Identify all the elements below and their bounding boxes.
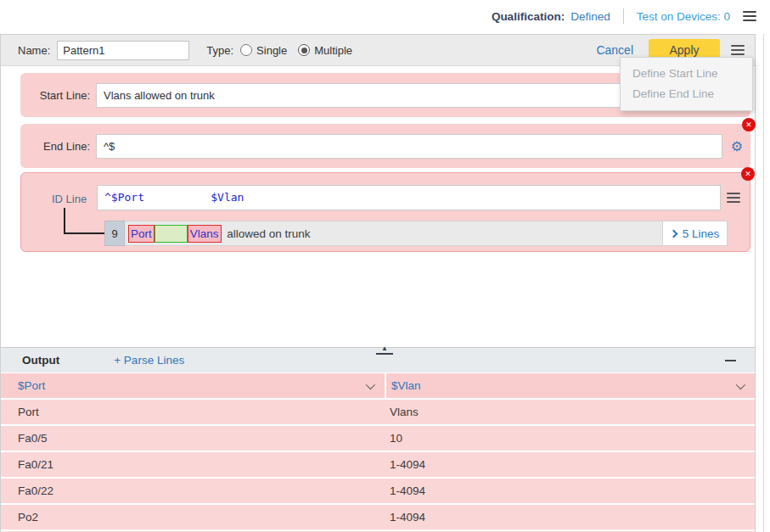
connector-line-horizontal bbox=[64, 232, 105, 234]
output-title: Output bbox=[22, 354, 59, 367]
cell-port: Po2 bbox=[1, 511, 385, 524]
id-line-section: ✕ ID Line ^$Port $Vlan 9 Port Vlans allo… bbox=[20, 172, 750, 252]
sample-line-row: 9 Port Vlans allowed on trunk 5 Lines bbox=[104, 221, 728, 246]
cancel-button[interactable]: Cancel bbox=[596, 43, 633, 57]
output-table: $Port $Vlan Port Vlans Fa0/5 10 Fa0/21 1… bbox=[1, 373, 755, 532]
type-multiple-radio[interactable] bbox=[298, 44, 310, 56]
test-on-devices-link[interactable]: Test on Devices: 0 bbox=[637, 10, 730, 23]
name-label: Name: bbox=[18, 44, 50, 57]
start-line-label: Start Line: bbox=[20, 89, 90, 102]
type-multiple-label[interactable]: Multiple bbox=[314, 44, 352, 57]
sample-line-number: 9 bbox=[104, 221, 125, 246]
cell-port: Fa0/22 bbox=[1, 484, 385, 497]
table-row[interactable]: Port Vlans bbox=[1, 400, 755, 424]
end-line-label: End Line: bbox=[20, 140, 90, 153]
sample-line-text: Port Vlans allowed on trunk bbox=[125, 221, 663, 246]
sample-rest-text: allowed on trunk bbox=[224, 227, 311, 240]
pattern-name-input[interactable] bbox=[57, 41, 189, 60]
table-row[interactable]: Fa0/22 1-4094 bbox=[1, 479, 755, 503]
table-row[interactable]: Fa0/5 10 bbox=[1, 426, 755, 451]
pattern-editor-page: Qualification: Defined Test on Devices: … bbox=[0, 0, 770, 532]
qualification-label: Qualification: bbox=[492, 10, 565, 23]
collapse-panel-handle[interactable]: ▲ bbox=[376, 345, 393, 355]
type-single-label[interactable]: Single bbox=[256, 44, 287, 57]
page-header: Qualification: Defined Test on Devices: … bbox=[0, 0, 770, 33]
output-table-header: $Port $Vlan bbox=[1, 373, 755, 398]
match-token-whitespace bbox=[155, 225, 188, 243]
type-radio-group: Single Multiple bbox=[240, 44, 363, 57]
right-border-rail bbox=[763, 34, 764, 532]
match-token-port: Port bbox=[128, 225, 155, 243]
expand-lines-label: 5 Lines bbox=[683, 227, 720, 240]
type-single-radio[interactable] bbox=[240, 44, 252, 56]
connector-line-vertical bbox=[64, 208, 65, 234]
id-line-label: ID Line bbox=[52, 193, 87, 205]
cell-vlan: 1-4094 bbox=[385, 511, 755, 524]
qualification-value-link[interactable]: Defined bbox=[570, 10, 610, 23]
match-token-vlans: Vlans bbox=[188, 225, 222, 243]
end-line-input[interactable] bbox=[96, 134, 722, 159]
column-header-vlan[interactable]: $Vlan bbox=[386, 373, 755, 398]
id-line-menu-icon[interactable] bbox=[727, 193, 740, 203]
parse-lines-link[interactable]: + Parse Lines bbox=[114, 354, 184, 367]
toolbar-menu-dropdown: Define Start Line Define End Line bbox=[620, 57, 753, 111]
chevron-down-icon[interactable] bbox=[736, 380, 745, 389]
page-menu-icon[interactable] bbox=[743, 11, 756, 21]
id-line-remove-icon[interactable]: ✕ bbox=[741, 167, 755, 181]
end-line-remove-icon[interactable]: ✕ bbox=[742, 118, 756, 132]
menu-item-define-end-line[interactable]: Define End Line bbox=[621, 84, 752, 104]
header-divider bbox=[623, 8, 624, 24]
end-line-section: End Line: ⚙ ✕ bbox=[20, 124, 750, 168]
cell-vlan: Vlans bbox=[385, 406, 755, 418]
menu-item-define-start-line[interactable]: Define Start Line bbox=[621, 64, 752, 84]
expand-lines-button[interactable]: 5 Lines bbox=[663, 221, 728, 246]
cell-vlan: 1-4094 bbox=[385, 484, 755, 497]
id-line-input[interactable]: ^$Port $Vlan bbox=[97, 185, 721, 210]
column-header-port-label: $Port bbox=[18, 379, 45, 392]
type-label: Type: bbox=[206, 44, 233, 57]
chevron-down-icon[interactable] bbox=[366, 380, 375, 389]
chevron-right-icon bbox=[669, 229, 677, 238]
cell-port: Fa0/21 bbox=[1, 458, 385, 471]
column-header-vlan-label: $Vlan bbox=[391, 379, 421, 392]
toolbar-menu-icon[interactable] bbox=[731, 45, 745, 55]
minimize-output-icon[interactable] bbox=[725, 360, 736, 361]
cell-port: Port bbox=[1, 406, 385, 418]
end-line-settings-gear-icon[interactable]: ⚙ bbox=[731, 138, 743, 154]
cell-port: Fa0/5 bbox=[1, 432, 385, 445]
cell-vlan: 1-4094 bbox=[385, 458, 755, 471]
table-row[interactable]: Po2 1-4094 bbox=[1, 505, 755, 529]
column-header-port[interactable]: $Port bbox=[1, 373, 385, 398]
cell-vlan: 10 bbox=[385, 432, 755, 445]
pattern-editor-panel: Name: Type: Single Multiple Cancel Apply… bbox=[0, 34, 756, 532]
table-row[interactable]: Fa0/21 1-4094 bbox=[1, 452, 755, 477]
